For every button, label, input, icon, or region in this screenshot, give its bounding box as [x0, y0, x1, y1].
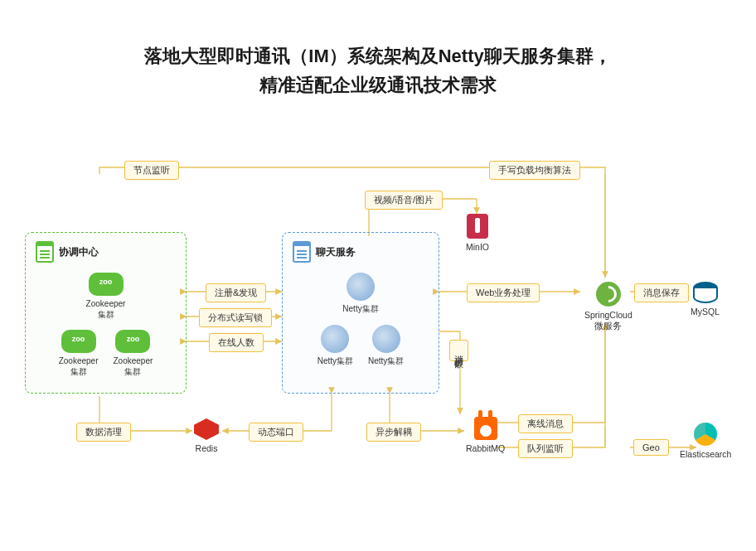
- tag-web-biz: Web业务处理: [467, 283, 540, 302]
- tag-register: 注册&发现: [206, 283, 266, 302]
- tag-online: 在线人数: [209, 333, 264, 352]
- tag-lock: 分布式读写锁: [199, 308, 272, 327]
- mysql-icon: [693, 282, 718, 303]
- page-title-line1: 落地大型即时通讯（IM）系统架构及Netty聊天服务集群，: [0, 41, 756, 70]
- node-label: Zookeeper集群: [114, 356, 153, 377]
- zookeeper-icon: [89, 273, 124, 296]
- netty-icon: [372, 325, 400, 353]
- tech-redis: Redis: [194, 418, 219, 454]
- cluster-coordination: 协调中心 Zookeeper集群 Zookeeper集群 Zookeeper集群: [25, 232, 187, 394]
- cluster-coord-header: 协调中心: [26, 233, 186, 266]
- netty-node: Netty集群: [317, 325, 353, 367]
- zookeeper-node: Zookeeper集群: [34, 273, 177, 320]
- tech-label: MinIO: [466, 242, 489, 253]
- title-section: 落地大型即时通讯（IM）系统架构及Netty聊天服务集群， 精准适配企业级通讯技…: [0, 0, 756, 99]
- zookeeper-node: Zookeeper集群: [114, 330, 153, 377]
- tech-label: RabbitMQ: [466, 443, 505, 454]
- tag-load-balance: 手写负载均衡算法: [489, 161, 580, 180]
- elasticsearch-icon: [694, 423, 717, 446]
- tag-media: 视频/语音/图片: [365, 191, 443, 210]
- zookeeper-node: Zookeeper集群: [59, 330, 99, 377]
- redis-icon: [194, 418, 219, 440]
- tech-elasticsearch: Elasticsearch: [680, 423, 731, 460]
- tech-label: Redis: [196, 443, 218, 454]
- tag-msg-spread: 消息扩散: [449, 340, 468, 361]
- netty-node: Netty集群: [291, 273, 430, 315]
- node-label: Netty集群: [368, 356, 404, 367]
- cluster-coord-title: 协调中心: [59, 245, 99, 259]
- server-icon: [293, 241, 311, 263]
- spring-icon: [596, 282, 621, 307]
- tag-data-clean: 数据清理: [76, 423, 131, 442]
- minio-icon: [467, 214, 488, 239]
- rabbitmq-icon: [474, 417, 497, 440]
- tech-label: Elasticsearch: [680, 449, 731, 460]
- tag-geo: Geo: [633, 439, 669, 456]
- cluster-chat-title: 聊天服务: [316, 245, 356, 259]
- tech-label: SpringCloud微服务: [584, 310, 632, 331]
- zookeeper-icon: [61, 330, 96, 353]
- node-label: Zookeeper集群: [86, 299, 126, 320]
- netty-icon: [321, 325, 349, 353]
- tech-minio: MinIO: [466, 214, 489, 253]
- tech-label: MySQL: [691, 307, 720, 317]
- server-icon: [36, 241, 54, 263]
- tag-dyn-port: 动态端口: [249, 423, 303, 442]
- node-label: Netty集群: [317, 356, 353, 367]
- node-label: Netty集群: [342, 304, 378, 315]
- tech-rabbitmq: RabbitMQ: [466, 417, 505, 454]
- netty-icon: [346, 273, 375, 301]
- tag-queue-listen: 队列监听: [518, 439, 573, 458]
- netty-node: Netty集群: [368, 325, 404, 367]
- tag-async: 异步解耦: [366, 423, 421, 442]
- architecture-diagram: 节点监听 手写负载均衡算法 视频/语音/图片 注册&发现 分布式读写锁 在线人数…: [0, 149, 756, 497]
- tag-msg-persist: 消息保存: [634, 283, 689, 302]
- tag-node-listen: 节点监听: [124, 161, 179, 180]
- cluster-chat-header: 聊天服务: [283, 233, 439, 266]
- tech-springcloud: SpringCloud微服务: [584, 282, 632, 331]
- node-label: Zookeeper集群: [59, 356, 99, 377]
- zookeeper-icon: [115, 330, 150, 353]
- tag-offline: 离线消息: [518, 414, 573, 433]
- tech-mysql: MySQL: [691, 282, 720, 317]
- page-title-line2: 精准适配企业级通讯技术需求: [0, 70, 756, 99]
- cluster-chat: 聊天服务 Netty集群 Netty集群 Netty集群: [282, 232, 439, 394]
